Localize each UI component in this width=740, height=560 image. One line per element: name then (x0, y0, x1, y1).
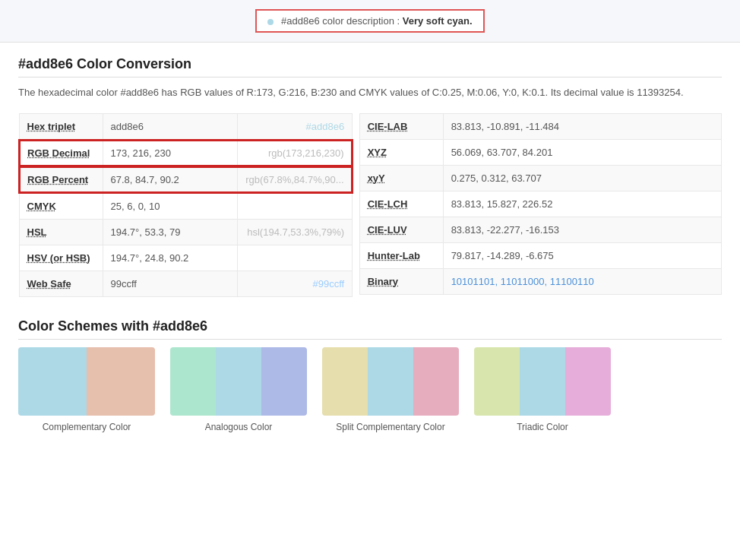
swatch-0-1 (87, 347, 155, 416)
scheme-label-1: Analogous Color (205, 422, 273, 432)
left-value-1: 173, 216, 230 (103, 140, 238, 166)
left-sample-2: rgb(67.8%,84.7%,90... (238, 166, 353, 193)
left-sample-4: hsl(194.7,53.3%,79%) (238, 219, 353, 245)
left-value-2: 67.8, 84.7, 90.2 (103, 166, 238, 193)
scheme-item-0[interactable]: Complementary Color (18, 347, 155, 432)
right-value-3: 83.813, 15.827, 226.52 (443, 191, 721, 217)
left-value-6: 99ccff (103, 271, 238, 296)
left-label-1: RGB Decimal (19, 140, 103, 166)
swatch-3-1 (520, 347, 565, 416)
scheme-colors-1 (170, 347, 307, 416)
left-sample-0: #add8e6 (238, 113, 353, 140)
left-label-6: Web Safe (19, 271, 103, 296)
description-paragraph: The hexadecimal color #add8e6 has RGB va… (18, 85, 722, 101)
swatch-1-0 (170, 347, 216, 416)
right-value-2: 0.275, 0.312, 63.707 (443, 165, 721, 191)
swatch-0-0 (18, 347, 87, 416)
left-label-0: Hex triplet (19, 113, 103, 140)
left-table-container: Hex tripletadd8e6#add8e6RGB Decimal173, … (18, 113, 353, 297)
color-description-box: #add8e6 color description : Very soft cy… (255, 9, 484, 33)
right-value-5: 79.817, -14.289, -6.675 (443, 242, 721, 268)
scheme-item-2[interactable]: Split Complementary Color (322, 347, 459, 432)
scheme-colors-2 (322, 347, 459, 416)
right-value-0: 83.813, -10.891, -11.484 (443, 113, 721, 139)
right-value-6: 10101101, 11011000, 11100110 (443, 268, 721, 294)
left-sample-3 (238, 193, 353, 220)
swatch-2-2 (413, 347, 459, 416)
conversion-title: #add8e6 Color Conversion (18, 56, 722, 78)
left-value-4: 194.7°, 53.3, 79 (103, 219, 238, 245)
scheme-colors-0 (18, 347, 155, 416)
left-value-5: 194.7°, 24.8, 90.2 (103, 245, 238, 271)
left-sample-1: rgb(173,216,230) (238, 140, 353, 166)
description-text: #add8e6 color description : (281, 15, 403, 27)
left-label-3: CMYK (19, 193, 103, 220)
swatch-3-2 (565, 347, 611, 416)
top-bar: #add8e6 color description : Very soft cy… (0, 0, 740, 43)
scheme-colors-3 (474, 347, 611, 416)
left-table: Hex tripletadd8e6#add8e6RGB Decimal173, … (18, 113, 353, 297)
right-label-5: Hunter-Lab (359, 242, 443, 268)
left-label-2: RGB Percent (19, 166, 103, 193)
description-bold: Very soft cyan. (403, 15, 473, 27)
swatch-2-1 (368, 347, 413, 416)
right-label-6: Binary (359, 268, 443, 294)
right-table: CIE-LAB83.813, -10.891, -11.484XYZ56.069… (359, 113, 722, 295)
right-value-4: 83.813, -22.277, -16.153 (443, 217, 721, 242)
right-label-4: CIE-LUV (359, 217, 443, 242)
right-label-0: CIE-LAB (359, 113, 443, 139)
tables-container: Hex tripletadd8e6#add8e6RGB Decimal173, … (18, 113, 722, 297)
scheme-label-2: Split Complementary Color (336, 422, 444, 432)
color-dot (267, 19, 274, 25)
schemes-grid: Complementary ColorAnalogous ColorSplit … (18, 347, 722, 432)
left-value-0: add8e6 (103, 113, 238, 140)
scheme-label-0: Complementary Color (43, 422, 131, 432)
scheme-item-3[interactable]: Triadic Color (474, 347, 611, 432)
main-content: #add8e6 Color Conversion The hexadecimal… (0, 43, 740, 455)
swatch-1-1 (216, 347, 261, 416)
right-label-3: CIE-LCH (359, 191, 443, 217)
left-label-5: HSV (or HSB) (19, 245, 103, 271)
swatch-2-0 (322, 347, 368, 416)
right-value-1: 56.069, 63.707, 84.201 (443, 139, 721, 165)
swatch-1-2 (261, 347, 307, 416)
right-table-container: CIE-LAB83.813, -10.891, -11.484XYZ56.069… (359, 113, 722, 297)
right-label-1: XYZ (359, 139, 443, 165)
right-label-2: xyY (359, 165, 443, 191)
left-label-4: HSL (19, 219, 103, 245)
left-value-3: 25, 6, 0, 10 (103, 193, 238, 220)
schemes-title: Color Schemes with #add8e6 (18, 318, 722, 340)
scheme-item-1[interactable]: Analogous Color (170, 347, 307, 432)
scheme-label-3: Triadic Color (517, 422, 568, 432)
swatch-3-0 (474, 347, 520, 416)
left-sample-6: #99ccff (238, 271, 353, 296)
left-sample-5 (238, 245, 353, 271)
